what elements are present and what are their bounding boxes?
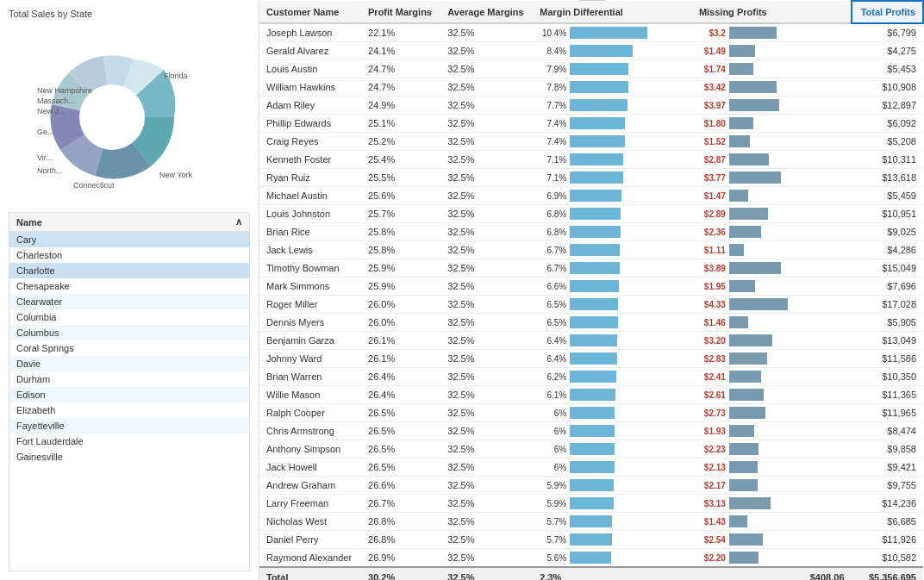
average-margins-cell: 32.5% [440, 386, 533, 404]
missing-profits-cell: $2.41 [692, 368, 852, 386]
missing-profits-cell: $2.87 [692, 151, 852, 169]
total-profits-cell: $10,908 [852, 78, 923, 97]
profit-margins-cell: 26.5% [361, 404, 440, 422]
total-profits-cell: $5,905 [852, 314, 923, 332]
customer-name-cell: Michael Austin [259, 187, 361, 205]
average-margins-cell: 32.5% [440, 458, 533, 477]
list-item[interactable]: Elizabeth [9, 402, 249, 418]
svg-text:New J...: New J... [37, 107, 66, 115]
customer-name-cell: Chris Armstrong [259, 422, 361, 440]
total-profits-cell: $11,586 [852, 350, 923, 368]
table-row: Anthony Simpson26.5%32.5% 6% $2.23 $9,85… [259, 440, 923, 458]
margin-differential-cell: 6% [533, 458, 692, 477]
profit-margins-cell: 25.2% [361, 133, 440, 151]
average-margins-cell: 32.5% [440, 115, 533, 133]
margin-differential-cell: 6.4% [533, 332, 692, 350]
average-margins-cell: 32.5% [440, 278, 533, 296]
customer-name-cell: Raymond Alexander [259, 549, 361, 568]
missing-profits-cell: $3.97 [692, 97, 852, 115]
svg-text:Connecticut: Connecticut [73, 181, 115, 190]
sort-icon[interactable]: ∧ [235, 216, 242, 228]
profit-margins-cell: 25.4% [361, 151, 440, 169]
total-profits-cell: $10,951 [852, 205, 923, 223]
table-row: Brian Warren26.4%32.5% 6.2% $2.41 $10,35… [259, 368, 923, 386]
table-row: Jack Lewis25.8%32.5% 6.7% $1.11 $4,286 [259, 241, 923, 259]
margin-differential-cell: 6.1% [533, 386, 692, 404]
total-profits-cell: $4,286 [852, 241, 923, 259]
customer-name-cell: Johnny Ward [259, 350, 361, 368]
customer-name-cell: Larry Freeman [259, 495, 361, 513]
missing-profits-cell: $1.80 [692, 115, 852, 133]
average-margins-cell: 32.5% [440, 440, 533, 458]
list-item[interactable]: Davie [9, 356, 249, 371]
customer-name-cell: Craig Reyes [259, 133, 361, 151]
customer-name-cell: Brian Warren [259, 368, 361, 386]
list-item[interactable]: Columbus [9, 325, 249, 340]
table-row: Johnny Ward26.1%32.5% 6.4% $2.83 $11,586 [259, 350, 923, 368]
missing-profits-cell: $1.49 [692, 42, 852, 60]
customer-name-cell: Louis Johnston [259, 205, 361, 223]
missing-profits-cell: $2.89 [692, 205, 852, 223]
missing-profits-cell: $2.36 [692, 223, 852, 241]
list-item[interactable]: Chesapeake [9, 278, 249, 294]
list-item[interactable]: Coral Springs [9, 340, 249, 356]
table-row: Jack Howell26.5%32.5% 6% $2.13 $9,421 [259, 458, 923, 477]
col-customer-name[interactable]: Customer Name [259, 1, 361, 23]
average-margins-cell: 32.5% [440, 187, 533, 205]
list-item[interactable]: Cary [9, 232, 249, 247]
col-margin-differential[interactable]: Margin Differential [533, 1, 692, 23]
list-item[interactable]: Clearwater [9, 294, 249, 309]
city-list[interactable]: CaryCharlestonCharlotteChesapeakeClearwa… [9, 232, 249, 571]
list-header-label: Name [16, 217, 42, 228]
margin-differential-cell: 5.7% [533, 513, 692, 531]
list-item[interactable]: Durham [9, 371, 249, 387]
customer-name-cell: Roger Miller [259, 296, 361, 314]
missing-profits-cell: $2.17 [692, 477, 852, 495]
table-row: Ralph Cooper26.5%32.5% 6% $2.73 $11,965 [259, 404, 923, 422]
customer-name-cell: Daniel Perry [259, 531, 361, 549]
margin-differential-cell: 7.8% [533, 78, 692, 97]
list-item[interactable]: Fort Lauderdale [9, 433, 249, 449]
col-missing-profits[interactable]: Missing Profits [692, 1, 852, 23]
profit-margins-cell: 26.0% [361, 296, 440, 314]
average-margins-cell: 32.5% [440, 531, 533, 549]
customer-name-cell: Jack Howell [259, 458, 361, 477]
list-item[interactable]: Charlotte [9, 263, 249, 278]
table-row: Brian Rice25.8%32.5% 6.8% $2.36 $9,025 [259, 223, 923, 241]
average-margins-cell: 32.5% [440, 495, 533, 513]
table-row: Craig Reyes25.2%32.5% 7.4% $1.52 $5,208 [259, 133, 923, 151]
average-margins-cell: 32.5% [440, 223, 533, 241]
list-item[interactable]: Gainesville [9, 449, 249, 465]
col-average-margins[interactable]: Average Margins [440, 1, 533, 23]
missing-profits-cell: $2.73 [692, 404, 852, 422]
svg-text:Florida: Florida [164, 72, 188, 80]
average-margins-cell: 32.5% [440, 350, 533, 368]
list-item[interactable]: Charleston [9, 247, 249, 263]
customer-name-cell: Benjamin Garza [259, 332, 361, 350]
table-row: Chris Armstrong26.5%32.5% 6% $1.93 $8,47… [259, 422, 923, 440]
profit-margins-cell: 26.5% [361, 422, 440, 440]
missing-profits-cell: $1.93 [692, 422, 852, 440]
list-item[interactable]: Columbia [9, 309, 249, 325]
profit-margins-cell: 26.0% [361, 314, 440, 332]
customer-name-cell: Phillip Edwards [259, 115, 361, 133]
list-item[interactable]: Fayetteville [9, 418, 249, 433]
missing-profits-cell: $3.89 [692, 259, 852, 278]
missing-profits-cell: $1.46 [692, 314, 852, 332]
total-profits-cell: $13,049 [852, 332, 923, 350]
total-cell: $408,06 [692, 567, 852, 580]
margin-differential-cell: 7.9% [533, 60, 692, 78]
margin-differential-cell: 6.9% [533, 187, 692, 205]
margin-differential-cell: 6% [533, 404, 692, 422]
average-margins-cell: 32.5% [440, 296, 533, 314]
list-header: Name ∧ [9, 213, 249, 232]
col-profit-margins[interactable]: Profit Margins [361, 1, 440, 23]
list-item[interactable]: Edison [9, 387, 249, 402]
data-table-panel[interactable]: Customer Name Profit Margins Average Mar… [259, 0, 924, 580]
total-profits-cell: $15,049 [852, 259, 923, 278]
data-table: Customer Name Profit Margins Average Mar… [259, 0, 924, 580]
missing-profits-cell: $3.20 [692, 332, 852, 350]
missing-profits-cell: $3.2 [692, 23, 852, 42]
col-total-profits[interactable]: Total Profits [852, 1, 923, 23]
total-profits-cell: $13,618 [852, 169, 923, 187]
